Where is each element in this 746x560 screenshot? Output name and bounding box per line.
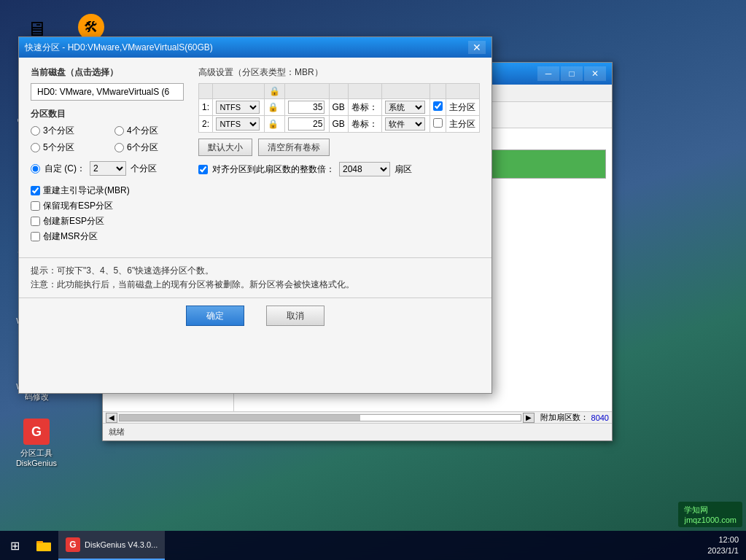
- scroll-thumb: [120, 415, 360, 421]
- part1-fs-select[interactable]: NTFS FAT32 exFAT: [216, 101, 260, 114]
- dg-minimize-button[interactable]: ─: [537, 66, 559, 81]
- col-fs: [213, 84, 264, 99]
- qp-titlebar[interactable]: 快速分区 - HD0:VMware,VMwareVirtualS(60GB) ✕: [19, 37, 491, 58]
- part1-size-input[interactable]: [288, 101, 325, 114]
- taskbar-tray: 12:00 2023/1/1: [700, 534, 746, 557]
- col-size-icon: 🔒: [264, 84, 285, 99]
- part2-num: 2:: [199, 116, 213, 133]
- addon-sector-value: 8040: [591, 413, 609, 422]
- radio-3-partitions[interactable]: 3个分区: [31, 125, 100, 137]
- scroll-right-btn[interactable]: ▶: [523, 413, 535, 423]
- part2-primary-checkbox[interactable]: [433, 118, 443, 128]
- part2-fs-cell: NTFS FAT32 exFAT: [213, 116, 264, 133]
- part2-primary-text: 主分区: [446, 116, 480, 133]
- col-label-text: [349, 84, 382, 99]
- qp-action-row: 确定 取消: [19, 298, 491, 333]
- note-text: 注意：此功能执行后，当前磁盘上的现有分区将被删除。新分区将会被快速格式化。: [31, 278, 480, 292]
- scroll-track[interactable]: [119, 414, 521, 421]
- qp-footer-hints: 提示：可按下"3、4、5、6"快速选择分区个数。 注意：此功能执行后，当前磁盘上…: [19, 257, 491, 298]
- radio-4-partitions[interactable]: 4个分区: [114, 125, 184, 137]
- custom-label: 自定 (C)：: [44, 163, 85, 175]
- diskgenius-taskbar-icon: G: [66, 537, 80, 552]
- part2-label-select[interactable]: 软件 系统 文档: [385, 117, 425, 131]
- part1-unit: GB: [329, 99, 349, 116]
- clear-labels-button[interactable]: 清空所有卷标: [258, 139, 330, 156]
- default-size-button[interactable]: 默认大小: [198, 139, 252, 156]
- taskbar-diskgenius-button[interactable]: G DiskGenius V4.3.0...: [58, 531, 165, 560]
- part2-fs-select[interactable]: NTFS FAT32 exFAT: [216, 117, 260, 131]
- hint-text: 提示：可按下"3、4、5、6"快速选择分区个数。: [31, 264, 480, 278]
- custom-count-select[interactable]: 2 3 4: [90, 161, 126, 176]
- qp-left-panel: 当前磁盘（点击选择） HD0: VMware, VMwareVirtualS (…: [31, 66, 184, 249]
- checkbox-new-esp[interactable]: 创建新ESP分区: [31, 215, 184, 228]
- scroll-left-btn[interactable]: ◀: [106, 413, 117, 423]
- part2-primary-check-cell: [430, 116, 446, 133]
- dg-status-bar: 就绪: [103, 423, 612, 440]
- col-num: [199, 84, 213, 99]
- custom-partition-row: 自定 (C)： 2 3 4 个分区: [31, 161, 184, 176]
- align-row: 对齐分区到此扇区数的整数倍： 2048 4096 1024 扇区: [198, 162, 480, 176]
- partition-tool-icon: G: [23, 419, 50, 445]
- watermark-subtext: jmqz1000.com: [684, 516, 737, 524]
- dg-maximize-button[interactable]: □: [561, 66, 583, 81]
- dg-close-button[interactable]: ✕: [584, 66, 606, 81]
- part1-label-text: 卷标：: [349, 99, 382, 116]
- taskbar-explorer-button[interactable]: [29, 531, 58, 560]
- new-esp-label: 创建新ESP分区: [43, 215, 104, 228]
- radio-5-partitions[interactable]: 5个分区: [31, 141, 100, 154]
- part2-size-input[interactable]: [288, 117, 325, 131]
- disk-name-display[interactable]: HD0: VMware, VMwareVirtualS (6: [31, 83, 184, 101]
- qp-body: 当前磁盘（点击选择） HD0: VMware, VMwareVirtualS (…: [19, 58, 491, 257]
- icon-partition-tool[interactable]: G 分区工具DiskGenius: [11, 416, 62, 472]
- part2-size-cell: [285, 116, 329, 133]
- checkbox-msr[interactable]: 创建MSR分区: [31, 230, 184, 243]
- explorer-icon: [35, 537, 53, 552]
- part2-unit: GB: [329, 116, 349, 133]
- advanced-settings-title: 高级设置（分区表类型：MBR）: [198, 66, 480, 79]
- custom-suffix: 个分区: [131, 163, 157, 175]
- align-checkbox[interactable]: [198, 165, 208, 174]
- table-action-buttons: 默认大小 清空所有卷标: [198, 139, 480, 156]
- taskbar: ⊞ G DiskGenius V4.3.0... 12:00 2023/1/1: [0, 531, 746, 560]
- part2-lock-icon: 🔒: [264, 116, 285, 133]
- start-button[interactable]: ⊞: [0, 531, 29, 560]
- partition-row-2: 2: NTFS FAT32 exFAT 🔒: [199, 116, 480, 133]
- part1-label-select[interactable]: 系统 软件 文档: [385, 101, 425, 114]
- radio-6-partitions[interactable]: 6个分区: [114, 141, 184, 154]
- partition-count-label: 分区数目: [31, 108, 184, 120]
- qp-close-button[interactable]: ✕: [468, 41, 486, 54]
- part1-primary-checkbox[interactable]: [433, 101, 443, 111]
- radio-3-label: 3个分区: [43, 125, 74, 137]
- qp-ok-button[interactable]: 确定: [186, 306, 244, 326]
- checkbox-keep-esp[interactable]: 保留现有ESP分区: [31, 200, 184, 212]
- radio-5-label: 5个分区: [43, 141, 74, 154]
- mbr-label: 重建主引导记录(MBR): [43, 184, 130, 197]
- part1-lock-icon: 🔒: [264, 99, 285, 116]
- radio-6-label: 6个分区: [127, 141, 158, 154]
- status-text: 就绪: [109, 427, 125, 438]
- qp-cancel-button[interactable]: 取消: [266, 306, 325, 326]
- align-label: 对齐分区到此扇区数的整数倍：: [212, 163, 335, 176]
- part1-num: 1:: [199, 99, 213, 116]
- checkbox-mbr[interactable]: 重建主引导记录(MBR): [31, 184, 184, 197]
- partition-row-1: 1: NTFS FAT32 exFAT 🔒: [199, 99, 480, 116]
- options-checkboxes: 重建主引导记录(MBR) 保留现有ESP分区 创建新ESP分区 创建MSR分区: [31, 184, 184, 243]
- msr-checkbox[interactable]: [31, 232, 40, 241]
- qp-title-text: 快速分区 - HD0:VMware,VMwareVirtualS(60GB): [25, 42, 468, 54]
- dg-scrollbar-row: ◀ ▶ 附加扇区数： 8040: [103, 411, 612, 423]
- mbr-checkbox[interactable]: [31, 186, 40, 195]
- part1-label-cell: 系统 软件 文档: [382, 99, 430, 116]
- keep-esp-checkbox[interactable]: [31, 201, 40, 211]
- col-size: [285, 84, 329, 99]
- col-unit: [329, 84, 349, 99]
- radio-4-label: 4个分区: [127, 125, 158, 137]
- part2-label-cell: 软件 系统 文档: [382, 116, 430, 133]
- new-esp-checkbox[interactable]: [31, 217, 40, 226]
- part1-primary-text: 主分区: [446, 99, 480, 116]
- col-label: [382, 84, 430, 99]
- partition-tool-label: 分区工具DiskGenius: [14, 448, 59, 469]
- radio-custom[interactable]: [31, 164, 40, 174]
- dg-window-buttons: ─ □ ✕: [537, 66, 606, 81]
- align-select[interactable]: 2048 4096 1024: [339, 162, 390, 176]
- part1-fs-cell: NTFS FAT32 exFAT: [213, 99, 264, 116]
